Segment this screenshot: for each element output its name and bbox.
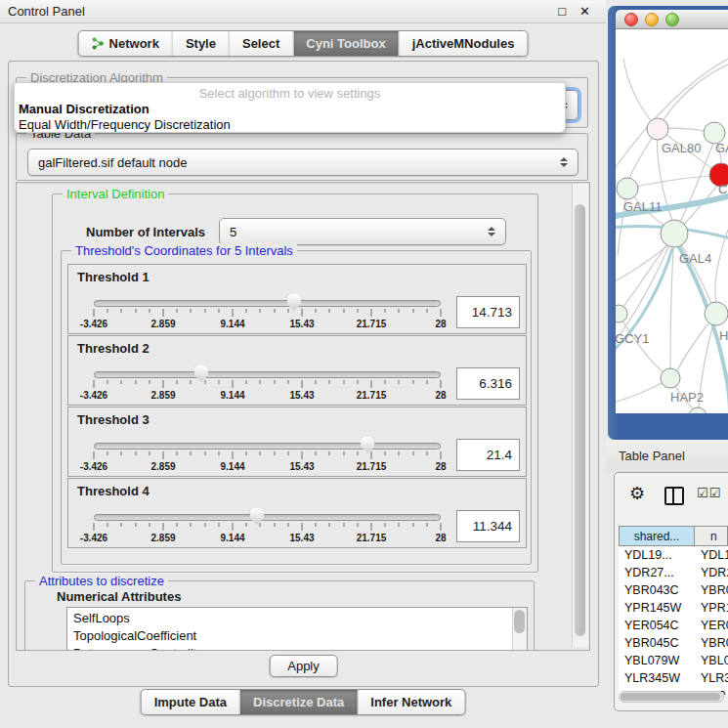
table-panel-title: Table Panel	[619, 449, 685, 463]
tab-infer-network[interactable]: Infer Network	[357, 690, 464, 714]
network-edge[interactable]	[658, 64, 728, 129]
threshold-value-1[interactable]: 14.713	[456, 296, 520, 328]
slider-track[interactable]	[94, 371, 441, 378]
list-item-betweennesscentrality[interactable]: BetweennessCentrality	[73, 645, 511, 651]
group-title-interval-definition: Interval Definition	[63, 187, 168, 201]
table-row[interactable]: YBR043CYBR0	[619, 581, 728, 599]
slider-track[interactable]	[94, 514, 441, 521]
horizontal-scrollbar-thumb[interactable]	[621, 693, 720, 701]
network-node[interactable]	[647, 118, 668, 140]
list-scrollbar[interactable]	[512, 608, 527, 651]
tick-label: 2.859	[150, 461, 175, 472]
dropdown-option-manual-discretization[interactable]: Manual Discretization	[15, 102, 565, 117]
combo-spinner-icon[interactable]	[488, 227, 495, 236]
minimize-traffic-light-icon[interactable]	[645, 13, 659, 26]
table-row[interactable]: YLR345WYLR3	[619, 669, 728, 687]
tick-label: 28	[435, 461, 446, 472]
numerical-attributes-list[interactable]: SelfLoopsTopologicalCoefficientBetweenne…	[66, 607, 528, 651]
zoom-traffic-light-icon[interactable]	[665, 13, 679, 26]
tab-impute-data[interactable]: Impute Data	[142, 690, 239, 714]
network-window-titlebar[interactable]	[616, 10, 728, 29]
table-panel-body: ⚙ ☑☑ shared... n YDL19...YDL1YDR27...YDR…	[614, 472, 728, 711]
network-edge[interactable]	[674, 144, 713, 234]
threshold-value-3[interactable]: 21.4	[456, 439, 520, 471]
tab-cyni-toolbox[interactable]: Cyni Toolbox	[292, 31, 398, 56]
threshold-value-2[interactable]: 6.316	[456, 367, 520, 400]
threshold-box-3: Threshold 3-3.4262.8599.14415.4321.71528…	[67, 407, 527, 477]
slider-track[interactable]	[94, 443, 441, 450]
bottom-tabs: Impute DataDiscretize DataInfer Network	[141, 689, 466, 715]
group-title-attributes: Attributes to discretize	[35, 574, 168, 588]
tab-label: Cyni Toolbox	[306, 36, 385, 51]
table-row[interactable]: YER054CYER0	[619, 617, 728, 634]
cell-shared-name: YBR043C	[619, 583, 693, 597]
dropdown-option-equal-width-frequency-discretization[interactable]: Equal Width/Frequency Discretization	[15, 117, 565, 133]
network-node[interactable]	[689, 407, 707, 413]
table-row[interactable]: YDL19...YDL1	[619, 546, 728, 564]
column-header-shared-name[interactable]: shared...	[620, 527, 695, 545]
horizontal-scrollbar[interactable]	[619, 691, 724, 703]
tab-style[interactable]: Style	[172, 31, 229, 56]
network-node[interactable]	[616, 305, 627, 322]
threshold-slider-4[interactable]: -3.4262.8599.14415.4321.71528	[94, 507, 441, 546]
network-canvas-svg: GAL80GACGAL11GAL4GCY1HHAP2	[616, 29, 728, 413]
tab-network[interactable]: Network	[79, 31, 172, 56]
network-edge[interactable]	[623, 59, 658, 129]
cell-shared-name: YDR27...	[619, 566, 693, 579]
split-column-icon[interactable]	[664, 487, 684, 505]
table-row[interactable]: YBR045CYBR0	[619, 634, 728, 652]
slider-tick-labels: -3.4262.8599.14415.4321.71528	[94, 319, 441, 330]
slider-ticks	[94, 523, 441, 532]
attribute-items: SelfLoopsTopologicalCoefficientBetweenne…	[73, 610, 511, 651]
list-scrollbar-thumb[interactable]	[514, 610, 525, 633]
column-header-name[interactable]: n	[695, 527, 727, 545]
threshold-slider-2[interactable]: -3.4262.8599.14415.4321.71528	[94, 364, 441, 404]
tick-label: 21.715	[357, 461, 387, 472]
network-node[interactable]	[617, 178, 638, 199]
threshold-slider-1[interactable]: -3.4262.8599.14415.4321.71528	[94, 293, 441, 332]
threshold-value-4[interactable]: 11.344	[456, 510, 520, 542]
tab-discretize-data[interactable]: Discretize Data	[239, 690, 357, 714]
gear-icon[interactable]: ⚙	[629, 483, 645, 504]
table-row[interactable]: YBL079WYBL0	[619, 652, 728, 669]
tick-label: 9.144	[220, 390, 244, 401]
tab-jactivemnodules[interactable]: jActiveMNodules	[399, 31, 528, 56]
close-traffic-light-icon[interactable]	[624, 13, 638, 26]
vertical-scrollbar-thumb[interactable]	[575, 204, 585, 636]
num-intervals-combobox[interactable]: 5	[219, 218, 506, 245]
table-data-combobox[interactable]: galFiltered.sif default node	[27, 149, 578, 176]
network-canvas[interactable]: GAL80GACGAL11GAL4GCY1HHAP2	[616, 29, 728, 413]
settings-scroll-panel: Interval Definition Number of Intervals …	[16, 182, 590, 651]
tick-label: 2.859	[150, 533, 175, 543]
network-node[interactable]	[661, 368, 680, 388]
tab-select[interactable]: Select	[229, 31, 292, 56]
network-edge[interactable]	[616, 234, 674, 347]
tick-label: 15.43	[289, 533, 314, 543]
dropdown-placeholder: Select algorithm to view settings	[15, 83, 565, 102]
float-window-icon[interactable]: □	[558, 4, 566, 19]
cell-name: YLR3	[693, 671, 728, 685]
slider-track[interactable]	[94, 300, 441, 307]
network-edge[interactable]	[715, 230, 728, 302]
threshold-slider-3[interactable]: -3.4262.8599.14415.4321.71528	[94, 436, 441, 475]
list-item-selfloops[interactable]: SelfLoops	[73, 610, 511, 627]
checkbox-columns-icon[interactable]: ☑☑	[697, 486, 721, 500]
tick-label: 28	[435, 319, 446, 329]
network-node-label: GA	[715, 141, 728, 155]
close-icon[interactable]: ✕	[579, 4, 590, 19]
table-row[interactable]: YPR145WYPR1	[619, 599, 728, 617]
tab-label: Infer Network	[370, 695, 451, 709]
list-item-topologicalcoefficient[interactable]: TopologicalCoefficient	[73, 627, 511, 645]
network-edge[interactable]	[616, 59, 728, 174]
tick-label: -3.426	[80, 319, 107, 329]
combo-spinner-icon[interactable]	[560, 157, 568, 167]
vertical-scrollbar[interactable]	[572, 184, 588, 647]
table-row[interactable]: YDR27...YDR2	[619, 564, 728, 581]
node-table: shared... n YDL19...YDL1YDR27...YDR2YBR0…	[619, 526, 728, 705]
thresholds-group: Threshold's Coordinates for 5 Intervals …	[61, 250, 532, 565]
slider-tick-labels: -3.4262.8599.14415.4321.71528	[94, 390, 441, 402]
tick-label: -3.426	[80, 390, 107, 401]
network-node[interactable]	[661, 220, 688, 247]
apply-button[interactable]: Apply	[269, 655, 338, 677]
network-node[interactable]	[705, 302, 728, 325]
